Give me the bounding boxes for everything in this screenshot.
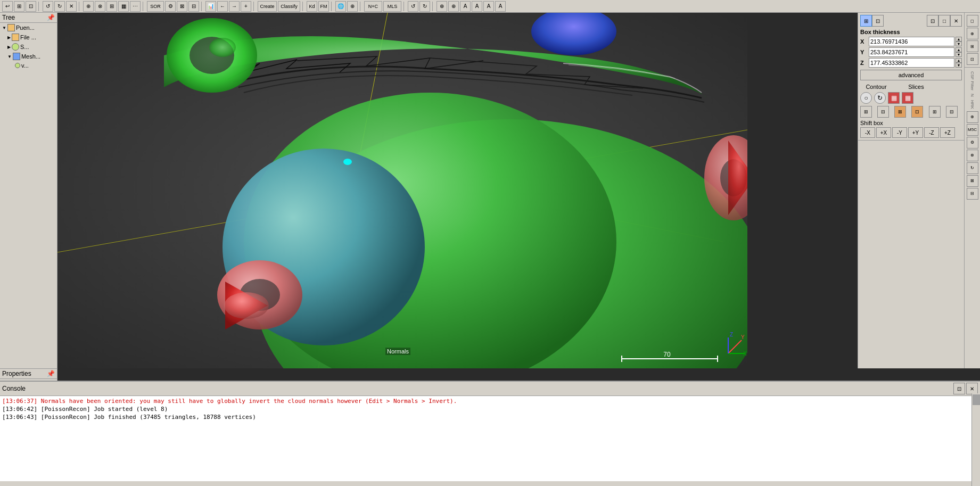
toolbar-btn-9[interactable]: ⊞ xyxy=(106,1,117,12)
shift-pos-y[interactable]: +Y xyxy=(908,127,923,138)
far-right-icon-2[interactable]: ⊕ xyxy=(967,28,978,39)
box-icon-2[interactable]: ⊡ xyxy=(872,15,884,27)
toolbar-btn-13[interactable]: ⊠ xyxy=(177,1,187,12)
tree-arrow-puen[interactable]: ▼ xyxy=(2,26,6,30)
x-spin-down[interactable]: ▼ xyxy=(956,42,962,46)
svg-point-10 xyxy=(209,38,236,57)
toolbar-btn-4[interactable]: ↺ xyxy=(43,1,53,12)
y-input[interactable] xyxy=(869,47,954,57)
y-spin-up[interactable]: ▲ xyxy=(956,47,962,52)
console-close[interactable]: ✕ xyxy=(966,383,978,394)
tree-arrow-mesh[interactable]: ▼ xyxy=(7,54,12,59)
z-spin-down[interactable]: ▼ xyxy=(956,63,962,68)
box-shape-3[interactable]: ⊠ xyxy=(894,106,906,118)
toolbar-btn-1[interactable]: ↩ xyxy=(2,1,13,12)
box-panel-header: ⊞ ⊡ ⊡ □ ✕ xyxy=(860,15,962,27)
tree-item-file[interactable]: ▶ File ... xyxy=(0,32,57,42)
x-input[interactable] xyxy=(869,37,954,46)
tree-label-file: File ... xyxy=(20,34,36,40)
far-right-icon-11[interactable]: ⊟ xyxy=(967,188,978,200)
far-right-icon-5[interactable]: ⊕ xyxy=(967,111,978,123)
toolbar-btn-6[interactable]: ✕ xyxy=(66,1,77,12)
toolbar-fm[interactable]: FM xyxy=(318,1,329,12)
toolbar-btn-19[interactable]: 🌐 xyxy=(335,1,346,12)
far-right-icon-3[interactable]: ⊞ xyxy=(967,40,978,52)
box-restore[interactable]: ⊡ xyxy=(927,15,938,27)
toolbar-npc[interactable]: N+C xyxy=(364,1,382,12)
box-shape-6[interactable]: ⊟ xyxy=(946,106,958,118)
shift-box-label: Shift box xyxy=(860,120,962,126)
far-right-icon-8[interactable]: ⊗ xyxy=(967,150,978,161)
toolbar-btn-15[interactable]: 📊 xyxy=(205,1,216,12)
toolbar-btn-18[interactable]: + xyxy=(241,1,251,12)
toolbar-btn-26[interactable]: A xyxy=(472,1,482,12)
tree-pin[interactable]: 📌 xyxy=(47,14,55,21)
far-right-icon-10[interactable]: ⊠ xyxy=(967,175,978,187)
toolbar-btn-27[interactable]: A xyxy=(483,1,494,12)
advanced-button[interactable]: advanced xyxy=(860,70,962,80)
toolbar-btn-5[interactable]: ↻ xyxy=(54,1,65,12)
box-icon-1[interactable]: ⊞ xyxy=(860,15,872,27)
toolbar-btn-23[interactable]: ⊕ xyxy=(437,1,447,12)
far-right-icon-9[interactable]: ↻ xyxy=(967,162,978,174)
box-maximize[interactable]: □ xyxy=(938,15,950,27)
toolbar-btn-28[interactable]: A xyxy=(495,1,506,12)
toolbar-btn-8[interactable]: ⊗ xyxy=(95,1,105,12)
toolbar-btn-24[interactable]: ⊕ xyxy=(448,1,459,12)
console-scrollbar[interactable] xyxy=(971,393,980,486)
y-spin-down[interactable]: ▼ xyxy=(956,52,962,57)
box-shape-2[interactable]: ⊟ xyxy=(877,106,889,118)
console-restore[interactable]: ⊡ xyxy=(953,383,965,394)
toolbar-btn-12[interactable]: ⚙ xyxy=(165,1,176,12)
toolbar-btn-classify[interactable]: Classify xyxy=(278,1,300,12)
console-scroll-thumb[interactable] xyxy=(973,394,980,405)
z-input[interactable] xyxy=(869,58,954,68)
shift-neg-y[interactable]: -Y xyxy=(892,127,907,138)
far-right-icon-6[interactable]: M5C xyxy=(967,124,978,136)
shift-neg-x[interactable]: -X xyxy=(860,127,875,138)
x-spin-up[interactable]: ▲ xyxy=(956,37,962,42)
tree-arrow-s[interactable]: ▶ xyxy=(7,45,11,50)
toolbar-btn-7[interactable]: ⊕ xyxy=(83,1,94,12)
toolbar-btn-17[interactable]: → xyxy=(229,1,240,12)
properties-pin[interactable]: 📌 xyxy=(47,370,55,377)
toolbar-btn-11[interactable]: ⋯ xyxy=(130,1,141,12)
box-shape-4[interactable]: ⊡ xyxy=(911,106,923,118)
tree-item-s[interactable]: ▶ S... xyxy=(0,42,57,52)
toolbar-btn-create[interactable]: Create xyxy=(258,1,277,12)
toolbar-btn-25[interactable]: A xyxy=(460,1,471,12)
box-shape-5[interactable]: ⊞ xyxy=(929,106,941,118)
tree-item-puen[interactable]: ▼ Puen... xyxy=(0,23,57,32)
toolbar-btn-22[interactable]: ↻ xyxy=(419,1,430,12)
tree-item-mesh[interactable]: ▼ Mesh... xyxy=(0,52,57,61)
contour-btn-3[interactable]: ▦ xyxy=(888,92,900,104)
toolbar-btn-10[interactable]: ▦ xyxy=(118,1,129,12)
hrk-label: HRK xyxy=(970,100,975,109)
box-close[interactable]: ✕ xyxy=(950,15,962,27)
shift-pos-z[interactable]: +Z xyxy=(940,127,955,138)
toolbar-kd[interactable]: Kd xyxy=(307,1,317,12)
contour-btn-2[interactable]: ↻ xyxy=(874,92,886,104)
shift-pos-x[interactable]: +X xyxy=(876,127,891,138)
toolbar-btn-2[interactable]: ⊞ xyxy=(14,1,24,12)
box-shape-grid: ⊞ ⊟ ⊠ ⊡ ⊞ ⊟ xyxy=(860,106,962,118)
toolbar-btn-16[interactable]: ← xyxy=(217,1,228,12)
toolbar-btn-3[interactable]: ⊡ xyxy=(26,1,36,12)
svg-point-19 xyxy=(343,159,352,165)
far-right-icon-1[interactable]: ◻ xyxy=(967,15,978,27)
tree-arrow-file[interactable]: ▶ xyxy=(7,35,11,40)
toolbar-btn-14[interactable]: ⊟ xyxy=(188,1,199,12)
toolbar-sor[interactable]: SOR xyxy=(147,1,164,12)
toolbar-btn-21[interactable]: ↺ xyxy=(408,1,418,12)
z-spin-up[interactable]: ▲ xyxy=(956,58,962,63)
shift-neg-z[interactable]: -Z xyxy=(924,127,939,138)
contour-btn-4[interactable]: ▦ xyxy=(902,92,913,104)
box-shape-1[interactable]: ⊞ xyxy=(860,106,872,118)
tree-item-v[interactable]: v... xyxy=(0,61,57,70)
far-right-icon-4[interactable]: ⊡ xyxy=(967,53,978,65)
toolbar-mls[interactable]: MLS xyxy=(383,1,401,12)
contour-btn-1[interactable]: ○ xyxy=(860,92,872,104)
toolbar-btn-20[interactable]: ⊕ xyxy=(347,1,358,12)
far-right-icon-7[interactable]: ⚙ xyxy=(967,137,978,149)
3d-viewport[interactable]: 70 X Z Y Normals xyxy=(57,13,747,368)
